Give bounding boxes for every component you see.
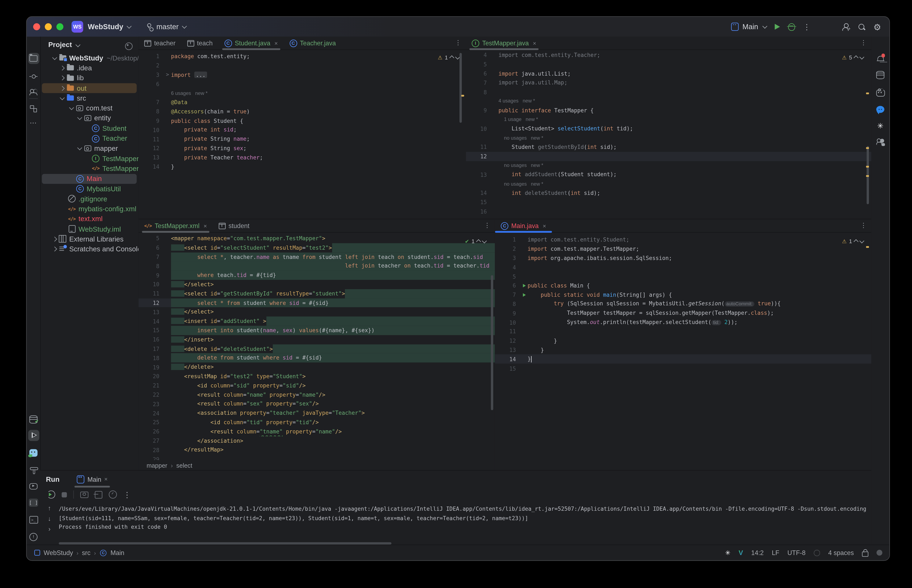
stop-button[interactable] (62, 492, 67, 497)
chevron-down-icon[interactable] (52, 55, 57, 60)
openai-plugin-button[interactable]: ✳ (875, 120, 886, 131)
close-icon[interactable]: × (203, 223, 207, 229)
search-everywhere-button[interactable] (858, 23, 865, 31)
chevron-down-icon[interactable] (77, 145, 82, 150)
code-area[interactable]: 1package com.test.entity;23>import ...66… (138, 49, 466, 219)
close-icon[interactable]: × (543, 223, 546, 229)
database-panel-button[interactable] (875, 69, 886, 81)
run-configuration-selector[interactable]: Main (731, 23, 766, 31)
tree-item-main[interactable]: CMain (42, 174, 137, 184)
inspection-widget-ok[interactable]: ✔1 (465, 238, 486, 244)
inspection-widget-warn[interactable]: ⚠5 (842, 54, 863, 60)
tab-testmapper-java[interactable]: ITestMapper.java× (466, 37, 542, 50)
tree-item-student[interactable]: CStudent (42, 123, 137, 134)
tree-item--gitignore[interactable]: .gitignore (42, 194, 137, 204)
project-panel-title[interactable]: Project (48, 41, 72, 49)
ai-assistant-button[interactable] (875, 87, 886, 98)
tree-item-lib[interactable]: lib (42, 73, 137, 83)
structure-tool-button[interactable] (28, 103, 39, 114)
run-gutter-icon[interactable] (523, 293, 526, 297)
openai-status-icon[interactable]: ✳ (725, 549, 731, 557)
run-tab-main[interactable]: Main × (72, 471, 112, 488)
status-crumb-webstudy[interactable]: WebStudy (44, 549, 73, 556)
close-icon[interactable]: × (274, 40, 278, 46)
import-thread-dump-button[interactable] (95, 491, 102, 498)
run-gutter-icon[interactable] (523, 284, 526, 288)
file-encoding[interactable]: UTF-8 (788, 549, 805, 556)
database-tool-button[interactable]: ✔ (28, 414, 39, 425)
indent-setting[interactable]: 4 spaces (828, 549, 854, 556)
tree-item-external-libraries[interactable]: External Libraries (42, 234, 137, 244)
tree-item-teacher[interactable]: CTeacher (42, 133, 137, 144)
brackets-tool-button[interactable]: [ ] (28, 497, 39, 508)
console-gutter[interactable]: ↑↓› (45, 504, 54, 532)
tree-item-out[interactable]: out (42, 83, 137, 93)
debug-button[interactable] (788, 23, 795, 31)
rerun-button[interactable] (47, 490, 55, 499)
tree-item-scratches-and-consoles[interactable]: Scratches and Consoles (42, 244, 137, 254)
unlock-icon[interactable] (862, 551, 868, 557)
chevron-down-icon[interactable] (69, 105, 74, 110)
codegpt-button[interactable] (875, 136, 886, 147)
tab-student-java[interactable]: CStudent.java× (219, 37, 284, 50)
minimize-window-button[interactable] (45, 23, 52, 30)
tab-testmapper-xml[interactable]: </>TestMapper.xml× (138, 219, 213, 232)
code-area[interactable]: 1import com.test.entity.Student;2import … (495, 232, 871, 470)
project-tool-button[interactable] (28, 53, 39, 64)
breadcrumbs[interactable]: mapper›select (138, 460, 495, 470)
more-tools-button[interactable]: ⋯ (28, 117, 39, 128)
settings-button[interactable]: ⚙ (873, 23, 881, 31)
code-area[interactable]: 4import com.test.entity.Teacher;56import… (466, 49, 871, 219)
tree-item-mybatis-config-xml[interactable]: </>mybatis-config.xml (42, 204, 137, 214)
caret-position[interactable]: 14:2 (751, 549, 763, 556)
tree-item-webstudy[interactable]: WebStudy~/Desktop/CS/Jav (42, 53, 137, 63)
run-console[interactable]: /Users/eve/Library/Java/JavaVirtualMachi… (59, 504, 869, 540)
pull-requests-tool-button[interactable] (28, 87, 39, 98)
console-hscrollbar[interactable] (59, 542, 392, 544)
notifications-button[interactable] (875, 53, 886, 64)
plugin-mascot-tool-button[interactable] (28, 447, 39, 459)
editor-options-button[interactable]: ⋮ (455, 39, 461, 47)
commit-tool-button[interactable] (28, 70, 39, 81)
chevron-right-icon[interactable] (60, 76, 65, 81)
chevron-right-icon[interactable] (52, 237, 57, 242)
chevron-down-icon[interactable] (60, 95, 65, 100)
locate-file-button[interactable] (125, 42, 133, 50)
tree-item-testmapper[interactable]: ITestMapper (42, 153, 137, 163)
tree-item-testmapper-xml[interactable]: </>TestMapper.xml (42, 163, 137, 174)
close-window-button[interactable] (33, 23, 40, 30)
editor-pane-main-java[interactable]: CMain.java× ⋮ 1import com.test.entity.St… (495, 219, 871, 470)
tab-student[interactable]: student (213, 219, 255, 232)
tab-teacher[interactable]: teacher (138, 37, 181, 50)
tree-item-com-test[interactable]: com.test (42, 103, 137, 113)
tab-teacher-java[interactable]: CTeacher.java (284, 37, 342, 50)
editor-options-button[interactable]: ⋮ (484, 222, 490, 229)
tab-main-java[interactable]: CMain.java× (495, 219, 552, 232)
status-breadcrumbs[interactable]: WebStudy›src›CMain (34, 549, 124, 557)
editor-pane-testmapper-xml[interactable]: </>TestMapper.xml×student ⋮ 5<mapper nam… (138, 219, 496, 470)
snapshot-button[interactable] (80, 491, 89, 498)
inspection-widget-warn[interactable]: ⚠1 (438, 54, 459, 60)
chevron-right-icon[interactable] (60, 66, 65, 71)
chevron-right-icon[interactable] (52, 247, 57, 252)
terminal-tool-button[interactable]: >_ (28, 514, 39, 525)
line-ending[interactable]: LF (772, 549, 779, 556)
editor-vscrollbar[interactable] (460, 53, 462, 123)
editor-pane-testmapper-java[interactable]: ITestMapper.java× ⋮ 4import com.test.ent… (466, 37, 871, 220)
expand-icon[interactable]: › (48, 525, 50, 532)
fold-icon[interactable]: > (164, 72, 171, 78)
status-crumb-src[interactable]: src (82, 549, 90, 556)
zoom-window-button[interactable] (56, 23, 63, 30)
scroll-up-icon[interactable]: ↑ (48, 504, 51, 511)
chevron-right-icon[interactable] (60, 86, 65, 91)
plugin-v-icon[interactable]: V (739, 549, 743, 556)
code-area[interactable]: 5<mapper namespace="com.test.mapper.Test… (138, 232, 495, 460)
breadcrumb-mapper[interactable]: mapper (147, 462, 167, 468)
editor-options-button[interactable]: ⋮ (860, 39, 867, 47)
tree-item-src[interactable]: src (42, 93, 137, 103)
editor-options-button[interactable]: ⋮ (860, 222, 867, 229)
branch-selector[interactable]: master (157, 23, 179, 31)
inspection-widget-warn[interactable]: ⚠1 (842, 238, 863, 244)
tree-item--idea[interactable]: .idea (42, 63, 137, 73)
editor-vscrollbar[interactable] (491, 275, 493, 410)
